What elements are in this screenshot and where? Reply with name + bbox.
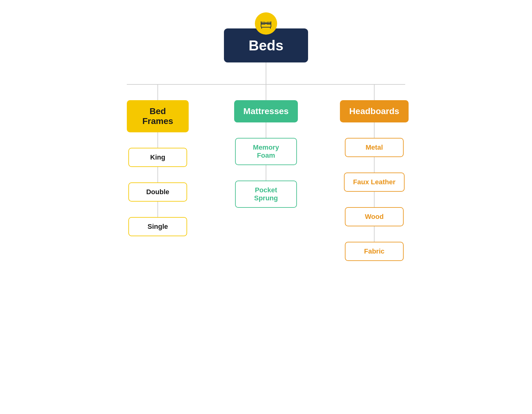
branch-bed-frames: Bed Frames King Double Single <box>127 85 189 261</box>
diagram-container: Beds Bed Frames King Double <box>77 12 455 261</box>
child-king: King <box>128 148 187 167</box>
branch-headboards: Headboards Metal Faux Leather Wood Fabri… <box>343 85 405 261</box>
child-v-line <box>374 122 375 138</box>
child-fabric: Fabric <box>345 242 404 261</box>
child-metal: Metal <box>345 138 404 157</box>
child-wood: Wood <box>345 207 404 226</box>
child-faux-leather: Faux Leather <box>344 173 405 192</box>
branch-v-line-bed-frames <box>157 85 158 100</box>
child-v-line <box>157 132 158 148</box>
child-memory-foam: Memory Foam <box>235 138 297 165</box>
branch-v-line-mattresses <box>266 85 266 100</box>
category-bed-frames: Bed Frames <box>127 100 189 132</box>
child-double: Double <box>128 182 187 202</box>
child-v-line <box>157 202 158 217</box>
child-v-line <box>374 226 375 242</box>
branch-mattresses: Mattresses Memory Foam Pocket Sprung <box>235 85 297 261</box>
child-v-line <box>374 192 375 207</box>
root-v-connector <box>266 62 266 84</box>
bed-icon <box>255 12 277 35</box>
child-v-line <box>157 167 158 182</box>
branches-row: Bed Frames King Double Single <box>127 85 405 261</box>
category-headboards: Headboards <box>340 100 409 122</box>
child-v-line <box>266 122 266 138</box>
root-label: Beds <box>249 37 283 53</box>
child-pocket-sprung: Pocket Sprung <box>235 181 297 208</box>
children-bed-frames: King Double Single <box>127 132 189 236</box>
children-headboards: Metal Faux Leather Wood Fabric <box>343 122 405 261</box>
category-mattresses: Mattresses <box>234 100 298 122</box>
child-v-line <box>374 157 375 173</box>
child-v-line <box>266 165 266 181</box>
children-mattresses: Memory Foam Pocket Sprung <box>235 122 297 208</box>
branch-v-line-headboards <box>374 85 375 100</box>
root-node: Beds <box>224 12 308 62</box>
child-single: Single <box>128 217 187 236</box>
